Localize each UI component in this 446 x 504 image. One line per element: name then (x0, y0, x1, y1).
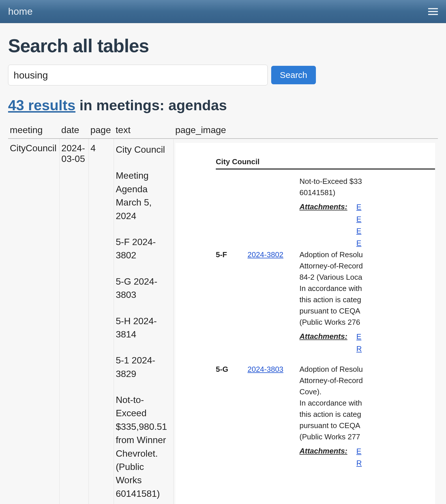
doc-fileno-link[interactable]: 2024-3803 (248, 365, 283, 374)
doc-line: this action is categ (299, 294, 435, 305)
doc-item: 5-G 2024-3803 Adoption of Resolu Attorne… (216, 364, 435, 469)
results-count-link[interactable]: 43 results (8, 97, 75, 113)
doc-line: In accordance with (299, 397, 435, 409)
attachment-link[interactable]: E (356, 331, 362, 343)
content: Search all tables Search 43 results in m… (0, 23, 446, 504)
doc-line: (Public Works 276 (299, 317, 435, 328)
cell-text: City Council Meeting Agenda March 5, 202… (114, 139, 174, 504)
search-input[interactable] (8, 65, 268, 85)
doc-body: Adoption of Resolu Attorney-of-Record Co… (299, 364, 435, 469)
doc-top-block: Not-to-Exceed $33 60141581) Attachments:… (299, 176, 435, 249)
text-block: Meeting Agenda March 5, 2024 (116, 169, 170, 223)
col-page: page (89, 123, 114, 139)
menu-icon[interactable] (428, 8, 438, 15)
doc-line: Cove). (299, 386, 435, 397)
doc-fileno-link[interactable]: 2024-3802 (248, 250, 283, 259)
attachment-link[interactable]: E (356, 201, 361, 213)
attachment-links: E R (356, 331, 362, 355)
attachment-link[interactable]: E (356, 445, 362, 458)
table-header-row: meeting date page text page_image (8, 123, 438, 139)
doc-fileno: 2024-3802 (248, 249, 291, 355)
doc-line: In accordance with (299, 283, 435, 294)
attachment-links: E E E E (356, 201, 361, 249)
text-block: Not-to-Exceed $335,980.51 from Winner Ch… (116, 393, 170, 500)
attachment-link[interactable]: E (356, 237, 361, 249)
col-date: date (59, 123, 89, 139)
text-block: 5-F 2024-3802 (116, 235, 170, 262)
attachments-label: Attachments: (299, 445, 347, 457)
text-block: 5-1 2024-3829 (116, 354, 170, 380)
attachment-link[interactable]: R (356, 343, 362, 355)
doc-line: 60141581) (299, 187, 435, 198)
doc-line: pursuant to CEQA (299, 420, 435, 431)
results-table: meeting date page text page_image CityCo… (8, 123, 438, 504)
search-button[interactable]: Search (271, 66, 316, 84)
doc-line: Attorney-of-Record (299, 260, 435, 272)
col-page-image: page_image (173, 123, 438, 139)
attachments-label: Attachments: (299, 201, 347, 212)
search-form: Search (8, 65, 438, 85)
doc-itemno: 5-F (216, 249, 239, 355)
cell-page-image: City Council Not-to-Exceed $33 60141581)… (173, 139, 438, 504)
table-row: CityCouncil 2024-03-05 4 City Council Me… (8, 139, 438, 504)
cell-date: 2024-03-05 (59, 139, 89, 504)
doc-line: 84-2 (Various Loca (299, 272, 435, 283)
page-image: City Council Not-to-Exceed $33 60141581)… (175, 143, 435, 504)
doc-line: pursuant to CEQA (299, 305, 435, 317)
topbar: home (0, 0, 446, 23)
doc-line: Attorney-of-Record (299, 375, 435, 386)
doc-item: 5-F 2024-3802 Adoption of Resolu Attorne… (216, 249, 435, 355)
home-link[interactable]: home (8, 6, 33, 17)
doc-fileno: 2024-3803 (248, 364, 291, 469)
doc-body: Adoption of Resolu Attorney-of-Record 84… (299, 249, 435, 355)
doc: City Council Not-to-Exceed $33 60141581)… (175, 157, 435, 469)
cell-page: 4 (89, 139, 114, 504)
results-heading-rest: in meetings: agendas (75, 97, 227, 113)
attachment-links: E R (356, 445, 362, 469)
cell-meeting: CityCouncil (8, 139, 59, 504)
results-heading: 43 results in meetings: agendas (8, 97, 438, 114)
attachment-link[interactable]: R (356, 457, 362, 469)
doc-line: Not-to-Exceed $33 (299, 176, 435, 187)
text-block: 5-H 2024-3814 (116, 314, 170, 341)
attachments-label: Attachments: (299, 331, 347, 342)
doc-line: this action is categ (299, 409, 435, 420)
text-block: City Council (116, 143, 170, 156)
doc-line: Adoption of Resolu (299, 249, 435, 260)
doc-line: (Public Works 277 (299, 431, 435, 443)
page-title: Search all tables (8, 35, 438, 57)
col-text: text (114, 123, 174, 139)
attachment-link[interactable]: E (356, 213, 361, 225)
col-meeting: meeting (8, 123, 59, 139)
attachment-link[interactable]: E (356, 225, 361, 237)
doc-header: City Council (216, 157, 435, 169)
doc-itemno: 5-G (216, 364, 239, 469)
doc-line: Adoption of Resolu (299, 364, 435, 375)
text-block: 5-G 2024-3803 (116, 275, 170, 302)
